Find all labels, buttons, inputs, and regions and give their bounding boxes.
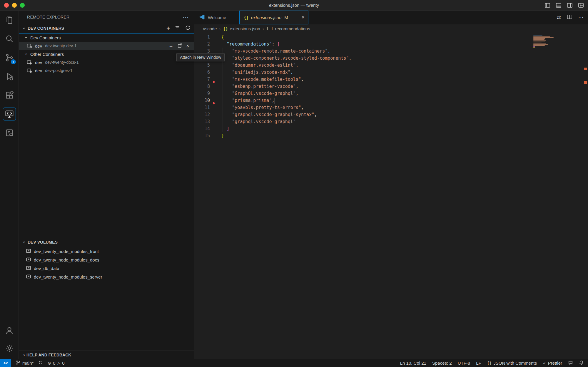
tab-extensions-json[interactable]: {} extensions.json M × (239, 11, 308, 24)
tab-label: Welcome (208, 15, 226, 20)
toggle-sidebar-icon[interactable] (544, 2, 550, 8)
code-line-12[interactable]: 12 "graphql.vscode-graphql-syntax", (194, 111, 588, 118)
line-number: 13 (194, 118, 210, 125)
gutter (210, 62, 221, 69)
remote-indicator[interactable]: >< (0, 359, 11, 367)
container-description: dev-postgres-1 (45, 68, 72, 73)
code-line-7[interactable]: 7 "ms-vscode.makefile-tools", (194, 76, 588, 83)
minimap-line (533, 43, 542, 43)
container-row-dev-postgres-1[interactable]: dev dev-postgres-1 (19, 66, 194, 75)
tab-bar: Welcome {} extensions.json M × ⇄ ⋯ (194, 11, 588, 24)
volume-label: dev_db_data (34, 266, 59, 271)
braces-icon: {} (487, 361, 492, 365)
code-line-2[interactable]: 2 "recommendations": [ (194, 41, 588, 48)
code-text: "dbaeumer.vscode-eslint", (221, 62, 298, 69)
breadcrumb-symbol[interactable]: [ ] recommendations (266, 26, 310, 31)
open-changes-icon[interactable]: ⇄ (557, 14, 561, 21)
formatter-status[interactable]: ✓ Prettier (543, 361, 562, 366)
tree-group-dev-containers[interactable]: › Dev Containers (19, 33, 194, 42)
toggle-panel-icon[interactable] (556, 2, 562, 8)
sidebar-item-source-control[interactable]: 1 (0, 48, 19, 67)
code-line-15[interactable]: 15} (194, 132, 588, 139)
tree-group-label: Dev Containers (30, 35, 61, 40)
section-dev-volumes[interactable]: › DEV VOLUMES (19, 237, 194, 247)
feedback-button[interactable] (568, 360, 573, 366)
refresh-icon[interactable] (185, 25, 191, 31)
minimap[interactable] (533, 35, 577, 48)
code-editor[interactable]: 1{2 "recommendations": [3 "ms-vscode-rem… (194, 33, 588, 359)
minimap-line (533, 35, 535, 35)
sidebar-item-run-debug[interactable] (0, 67, 19, 86)
code-text: "ms-vscode.makefile-tools", (221, 76, 304, 83)
sidebar-item-dev-containers[interactable] (0, 123, 19, 142)
sidebar-item-remote-explorer[interactable] (0, 105, 19, 123)
attach-container-icon[interactable]: → (169, 43, 173, 48)
cursor-position-status[interactable]: Ln 10, Col 21 (400, 361, 426, 366)
tab-welcome[interactable]: Welcome (194, 11, 239, 24)
accounts-button[interactable] (0, 322, 19, 339)
section-dev-containers[interactable]: › DEV CONTAINERS + (19, 23, 194, 33)
breadcrumb-file[interactable]: {} extensions.json (223, 26, 260, 31)
code-line-8[interactable]: 8 "esbenp.prettier-vscode", (194, 83, 588, 90)
problems-status[interactable]: ⊘ 0 △ 0 (48, 361, 64, 366)
indentation-status[interactable]: Spaces: 2 (432, 361, 452, 366)
sidebar-item-search[interactable] (0, 29, 19, 48)
tree-group-other-containers[interactable]: › Other Containers (19, 50, 194, 58)
activity-bar: 1 (0, 11, 19, 359)
volume-row[interactable]: dev_twenty_node_modules_server (19, 273, 194, 281)
line-number: 6 (194, 69, 210, 76)
gutter (210, 104, 221, 111)
volume-row[interactable]: dev_db_data (19, 264, 194, 273)
attach-new-window-icon[interactable] (177, 43, 183, 49)
breadcrumb: .vscode › {} extensions.json › [ ] recom… (194, 24, 588, 33)
section-help-and-feedback[interactable]: › HELP AND FEEDBACK (19, 351, 194, 359)
language-mode-status[interactable]: {} JSON with Comments (487, 361, 537, 366)
code-text: ] (221, 125, 229, 132)
warning-count: 0 (62, 361, 64, 366)
code-line-1[interactable]: 1{ (194, 33, 588, 41)
gutter (210, 69, 221, 76)
code-line-14[interactable]: 14 ] (194, 125, 588, 132)
section-label: DEV VOLUMES (28, 240, 58, 244)
toggle-secondary-sidebar-icon[interactable] (567, 2, 573, 8)
breadcrumb-folder[interactable]: .vscode (202, 26, 217, 31)
more-actions-icon[interactable]: ⋯ (578, 14, 583, 21)
sidebar-item-extensions[interactable] (0, 86, 19, 105)
volume-row[interactable]: dev_twenty_node_modules_front (19, 247, 194, 256)
container-description: dev-twenty-dev-1 (45, 43, 76, 48)
code-line-13[interactable]: 13 "graphql.vscode-graphql" (194, 118, 588, 125)
code-line-4[interactable]: 4 "styled-components.vscode-styled-compo… (194, 55, 588, 62)
filter-icon[interactable] (175, 25, 180, 31)
container-row-dev-twenty-docs-1[interactable]: dev dev-twenty-docs-1 (19, 58, 194, 66)
split-editor-icon[interactable] (567, 14, 572, 21)
sidebar-title-row: REMOTE EXPLORER ⋯ (19, 11, 194, 23)
sync-changes-button[interactable] (38, 360, 43, 366)
close-tab-icon[interactable]: × (301, 14, 305, 21)
volume-row[interactable]: dev_twenty_node_modules_docs (19, 256, 194, 264)
code-line-6[interactable]: 6 "unifiedjs.vscode-mdx", (194, 69, 588, 76)
encoding-status[interactable]: UTF-8 (458, 361, 470, 366)
branch-name: main* (22, 361, 34, 366)
extensions-icon (5, 91, 14, 100)
code-text: "GraphQL.vscode-graphql", (221, 90, 298, 97)
gutter (210, 132, 221, 139)
settings-button[interactable] (0, 339, 19, 357)
code-line-10[interactable]: 10 "prisma.prisma", (194, 97, 588, 104)
code-line-3[interactable]: 3 "ms-vscode-remote.remote-containers", (194, 48, 588, 55)
container-row-dev-twenty-dev-1[interactable]: dev dev-twenty-dev-1 → × (19, 42, 194, 50)
code-text: "unifiedjs.vscode-mdx", (221, 69, 293, 76)
git-branch-status[interactable]: main* (16, 360, 34, 366)
sidebar-item-explorer[interactable] (0, 11, 19, 29)
add-icon[interactable]: + (166, 25, 170, 31)
views-more-actions-icon[interactable]: ⋯ (183, 14, 189, 21)
scm-badge: 1 (11, 59, 16, 64)
eol-status[interactable]: LF (476, 361, 481, 366)
notifications-button[interactable] (579, 360, 584, 366)
customize-layout-icon[interactable] (578, 2, 584, 8)
stop-container-icon[interactable]: × (186, 43, 189, 48)
code-line-9[interactable]: 9 "GraphQL.vscode-graphql", (194, 90, 588, 97)
git-branch-icon (16, 360, 21, 366)
code-line-11[interactable]: 11 "yoavbls.pretty-ts-errors", (194, 104, 588, 111)
code-line-5[interactable]: 5 "dbaeumer.vscode-eslint", (194, 62, 588, 69)
volume-label: dev_twenty_node_modules_front (34, 249, 99, 254)
